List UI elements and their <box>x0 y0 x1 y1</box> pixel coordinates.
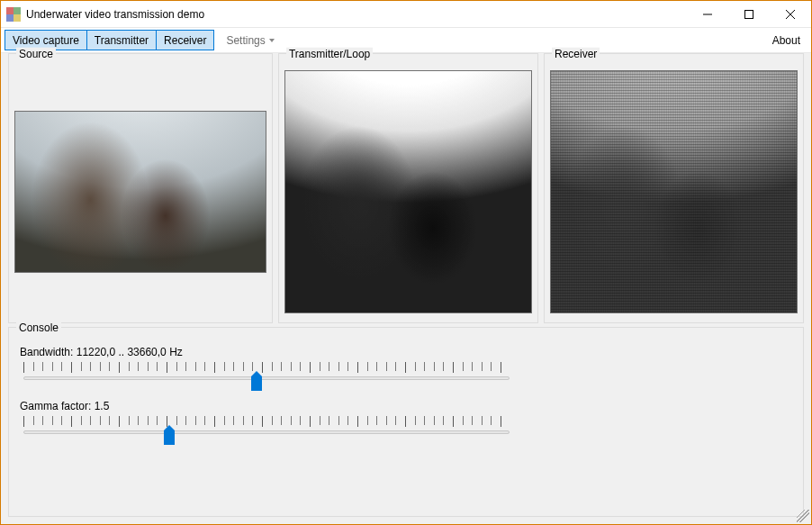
maximize-button[interactable] <box>728 1 770 28</box>
slider-track <box>23 376 510 380</box>
video-frame-image <box>15 112 266 272</box>
video-frame-image <box>551 71 797 312</box>
app-window: Underwater video transmission demo Video… <box>0 0 812 525</box>
gamma-group: Gamma factor: 1.5 <box>18 400 524 445</box>
transmitter-panel-title: Transmitter/Loop <box>286 48 373 60</box>
bandwidth-label: Bandwidth: 11220,0 .. 33660,0 Hz <box>20 346 524 358</box>
slider-ticks <box>23 362 510 371</box>
receiver-panel: Receiver <box>544 53 804 323</box>
video-frame-image <box>285 71 531 312</box>
gamma-slider[interactable] <box>23 414 510 445</box>
receiver-button[interactable]: Receiver <box>156 30 214 50</box>
slider-thumb[interactable] <box>164 425 175 445</box>
client-area: Source Transmitter/Loop Receiver Console <box>1 53 811 524</box>
source-video <box>14 111 266 273</box>
source-panel-title: Source <box>16 48 56 60</box>
transmitter-button[interactable]: Transmitter <box>86 30 157 50</box>
bandwidth-group: Bandwidth: 11220,0 .. 33660,0 Hz <box>18 346 524 391</box>
transmitter-video <box>284 70 532 313</box>
slider-thumb[interactable] <box>251 371 262 391</box>
close-button[interactable] <box>770 1 811 28</box>
about-button[interactable]: About <box>765 30 807 50</box>
source-panel: Source <box>8 53 273 323</box>
toolbar: Video capture Transmitter Receiver Setti… <box>1 28 811 53</box>
svg-rect-1 <box>745 11 753 19</box>
resize-grip[interactable] <box>797 510 809 522</box>
minimize-button[interactable] <box>687 1 728 28</box>
transmitter-panel: Transmitter/Loop <box>278 53 538 323</box>
receiver-panel-title: Receiver <box>552 48 600 60</box>
receiver-video <box>550 70 798 313</box>
console-panel-title: Console <box>16 321 61 334</box>
window-buttons <box>687 1 811 27</box>
console-panel: Console Bandwidth: 11220,0 .. 33660,0 Hz… <box>8 327 804 517</box>
title-bar: Underwater video transmission demo <box>1 1 811 28</box>
settings-dropdown[interactable]: Settings <box>221 30 279 50</box>
chevron-down-icon <box>269 39 275 42</box>
slider-track <box>23 430 510 434</box>
video-panels-row: Source Transmitter/Loop Receiver <box>8 53 804 323</box>
window-title: Underwater video transmission demo <box>26 8 204 21</box>
app-icon <box>6 7 21 22</box>
bandwidth-slider[interactable] <box>23 360 510 391</box>
slider-ticks <box>23 416 510 425</box>
gamma-label: Gamma factor: 1.5 <box>20 400 524 412</box>
settings-label: Settings <box>226 34 265 47</box>
